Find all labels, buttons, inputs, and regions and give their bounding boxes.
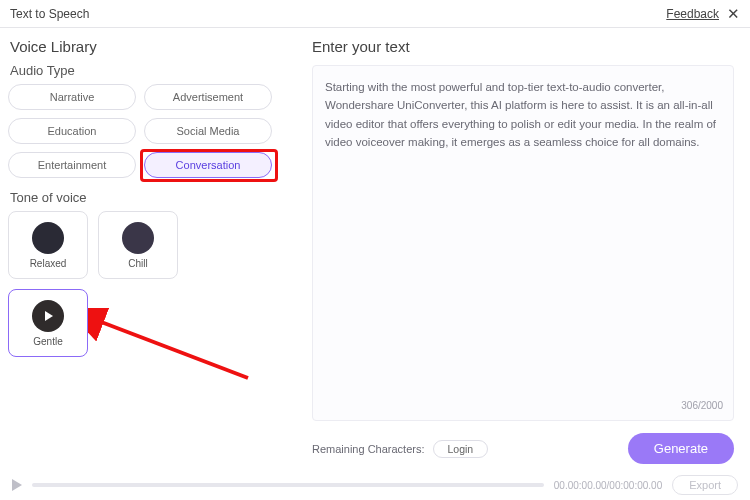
chip-education[interactable]: Education <box>8 118 136 144</box>
enter-your-text-title: Enter your text <box>312 38 734 55</box>
seek-track[interactable] <box>32 483 544 487</box>
remaining-characters-label: Remaining Characters: <box>312 443 425 455</box>
tone-chill[interactable]: Chill <box>98 211 178 279</box>
voice-library-sidebar: Voice Library Audio Type Narrative Adver… <box>0 28 282 470</box>
text-input[interactable]: Starting with the most powerful and top-… <box>312 65 734 421</box>
export-button[interactable]: Export <box>672 475 738 495</box>
login-button[interactable]: Login <box>433 440 489 458</box>
feedback-link[interactable]: Feedback <box>666 7 719 21</box>
chip-entertainment[interactable]: Entertainment <box>8 152 136 178</box>
tone-chill-label: Chill <box>128 258 147 269</box>
audio-type-label: Audio Type <box>10 63 274 78</box>
avatar-gentle <box>32 300 64 332</box>
chip-advertisement[interactable]: Advertisement <box>144 84 272 110</box>
chip-narrative[interactable]: Narrative <box>8 84 136 110</box>
tone-of-voice-label: Tone of voice <box>10 190 274 205</box>
char-counter: 306/2000 <box>681 398 723 414</box>
audio-type-grid: Narrative Advertisement Education Social… <box>8 84 274 178</box>
avatar-relaxed <box>32 222 64 254</box>
tone-relaxed-label: Relaxed <box>30 258 67 269</box>
top-toolbar: Text to Speech Feedback ✕ <box>0 0 750 28</box>
generate-button[interactable]: Generate <box>628 433 734 464</box>
close-icon[interactable]: ✕ <box>727 5 740 23</box>
text-value: Starting with the most powerful and top-… <box>325 81 716 148</box>
voice-library-title: Voice Library <box>8 38 274 55</box>
tone-gentle[interactable]: Gentle <box>8 289 88 357</box>
tone-relaxed[interactable]: Relaxed <box>8 211 88 279</box>
tone-gentle-label: Gentle <box>33 336 62 347</box>
content-pane: Enter your text Starting with the most p… <box>282 28 750 470</box>
avatar-chill <box>122 222 154 254</box>
time-display: 00.00:00.00/00:00:00.00 <box>554 480 662 491</box>
window-title: Text to Speech <box>10 7 89 21</box>
chip-social-media[interactable]: Social Media <box>144 118 272 144</box>
play-button[interactable] <box>12 479 22 491</box>
playback-bar: 00.00:00.00/00:00:00.00 Export <box>0 470 750 500</box>
play-icon <box>45 311 53 321</box>
tone-row-1: Relaxed Chill <box>8 211 274 279</box>
chip-conversation[interactable]: Conversation <box>144 152 272 178</box>
tone-row-2: Gentle <box>8 289 274 357</box>
